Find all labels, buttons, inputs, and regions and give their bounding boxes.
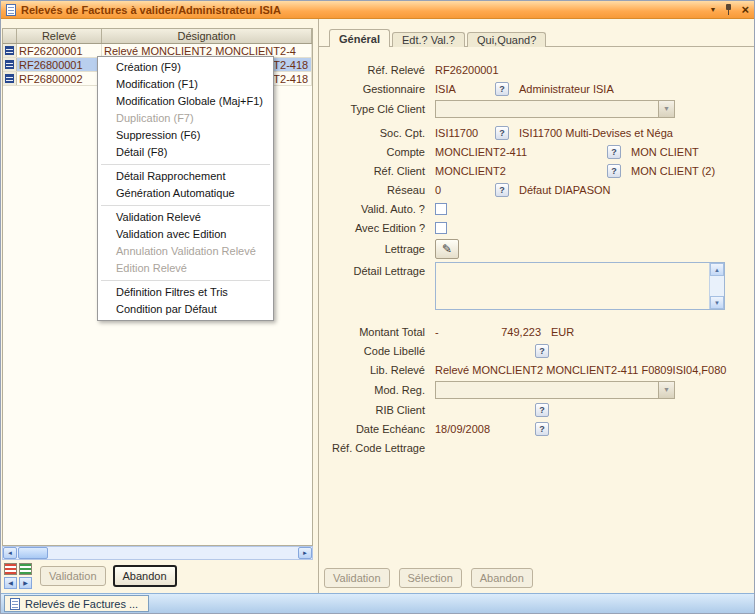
help-button[interactable]: ?: [495, 183, 509, 197]
help-button[interactable]: ?: [495, 82, 509, 96]
cell-releve: RF26800001: [17, 58, 102, 71]
field-label: Lib. Relevé: [326, 364, 435, 376]
statusbar: Relevés de Factures ...: [1, 593, 754, 613]
menu-item-creation[interactable]: Création (F9): [98, 59, 273, 76]
document-icon: [10, 598, 20, 610]
cell-releve: RF26800002: [17, 72, 102, 85]
abandon-button[interactable]: Abandon: [471, 568, 533, 588]
context-menu: Création (F9) Modification (F1) Modifica…: [97, 56, 274, 321]
help-button[interactable]: ?: [535, 344, 549, 358]
vertical-scrollbar[interactable]: ▲ ▼: [709, 263, 724, 309]
menu-separator: [101, 164, 270, 165]
row-selector-icon: [5, 74, 14, 83]
grid-header: Relevé Désignation: [3, 29, 312, 44]
menu-item-validation-releve[interactable]: Validation Relevé: [98, 209, 273, 226]
scroll-left-icon[interactable]: ◄: [3, 547, 17, 559]
window-tab[interactable]: Relevés de Factures ...: [4, 595, 149, 612]
tab-edt-val[interactable]: Edt.? Val.?: [392, 32, 465, 47]
lettrage-pen-icon-button[interactable]: ✎: [435, 239, 459, 259]
tab-qui-quand[interactable]: Qui,Quand?: [467, 32, 546, 47]
field-value: ISI11700: [435, 127, 495, 139]
column-header-designation[interactable]: Désignation: [102, 29, 312, 43]
selection-button[interactable]: Sélection: [399, 568, 462, 588]
field-ref-client: Réf. Client MONCLIENT2 ? MON CLIENT (2): [319, 161, 755, 180]
scrollbar-thumb[interactable]: [18, 547, 48, 559]
menu-separator: [101, 280, 270, 281]
field-description: MON CLIENT: [631, 146, 699, 158]
horizontal-scrollbar[interactable]: ◄ ►: [2, 546, 313, 560]
window-menu-arrow-icon[interactable]: ▼: [709, 6, 716, 13]
field-value: 18/09/2008: [435, 423, 535, 435]
detail-lettrage-textarea[interactable]: ▲ ▼: [435, 262, 725, 310]
help-button[interactable]: ?: [535, 403, 549, 417]
help-button[interactable]: ?: [535, 422, 549, 436]
field-value: MONCLIENT2: [435, 165, 607, 177]
field-soc-cpt: Soc. Cpt. ISI11700 ? ISI11700 Multi-Devi…: [319, 123, 755, 142]
help-button[interactable]: ?: [607, 145, 621, 159]
chevron-down-icon[interactable]: ▼: [658, 382, 674, 398]
abandon-button[interactable]: Abandon: [113, 565, 177, 587]
mod-reg-combo[interactable]: ▼: [435, 381, 675, 399]
scroll-up-icon[interactable]: ▲: [710, 263, 724, 276]
field-code-libelle: Code Libellé ?: [319, 341, 755, 360]
field-lettrage: Lettrage ✎: [319, 237, 755, 260]
pin-icon[interactable]: [724, 3, 733, 16]
window-tab-label: Relevés de Factures ...: [25, 598, 138, 610]
tab-general[interactable]: Général: [329, 29, 390, 47]
field-ref-releve: Réf. Relevé RF26200001: [319, 60, 755, 79]
amount-sign: -: [435, 326, 449, 338]
field-description: MON CLIENT (2): [631, 165, 715, 177]
menu-item-validation-avec-edition[interactable]: Validation avec Edition: [98, 226, 273, 243]
menu-item-generation-automatique[interactable]: Génération Automatique: [98, 185, 273, 202]
field-valid-auto: Valid. Auto. ?: [319, 199, 755, 218]
green-list-icon[interactable]: [19, 563, 32, 575]
field-value: MONCLIENT2-411: [435, 146, 607, 158]
menu-item-modification-globale[interactable]: Modification Globale (Maj+F1): [98, 93, 273, 110]
avec-edition-checkbox[interactable]: [435, 222, 447, 234]
menu-item-definition-filtres[interactable]: Définition Filtres et Tris: [98, 284, 273, 301]
type-cle-client-combo[interactable]: ▼: [435, 100, 675, 118]
validation-button[interactable]: Validation: [40, 566, 106, 586]
field-label: Réf. Relevé: [326, 64, 435, 76]
field-description: Défaut DIAPASON: [519, 184, 611, 196]
field-label: Compte: [326, 146, 435, 158]
validation-button[interactable]: Validation: [324, 568, 390, 588]
field-description: Administrateur ISIA: [519, 83, 614, 95]
detail-panel: Général Edt.? Val.? Qui,Quand? Réf. Rele…: [318, 19, 755, 595]
menu-item-modification[interactable]: Modification (F1): [98, 76, 273, 93]
menu-item-condition-par-defaut[interactable]: Condition par Défaut: [98, 301, 273, 318]
red-list-icon[interactable]: [4, 563, 17, 575]
chevron-down-icon[interactable]: ▼: [658, 101, 674, 117]
detail-action-bar: Validation Sélection Abandon: [324, 568, 533, 588]
field-label: Lettrage: [326, 243, 435, 255]
field-label: Gestionnaire: [326, 83, 435, 95]
close-icon[interactable]: ×: [741, 4, 749, 16]
field-label: Réseau: [326, 184, 435, 196]
currency-label: EUR: [551, 326, 574, 338]
menu-item-detail[interactable]: Détail (F8): [98, 144, 273, 161]
combo-value: [436, 382, 658, 398]
help-button[interactable]: ?: [495, 126, 509, 140]
field-type-cle-client: Type Clé Client ▼: [319, 98, 755, 119]
scroll-down-icon[interactable]: ▼: [710, 296, 724, 309]
field-value: 0: [435, 184, 495, 196]
scroll-right-icon[interactable]: ►: [298, 547, 312, 559]
menu-item-suppression[interactable]: Suppression (F6): [98, 127, 273, 144]
pager-left-icon[interactable]: ◀: [4, 577, 17, 589]
field-value: ISIA: [435, 83, 495, 95]
field-label: Date Echéanc: [326, 423, 435, 435]
window-icon: [6, 4, 16, 16]
field-gestionnaire: Gestionnaire ISIA ? Administrateur ISIA: [319, 79, 755, 98]
valid-auto-checkbox[interactable]: [435, 203, 447, 215]
field-ref-code-lettrage: Réf. Code Lettrage: [319, 438, 755, 457]
field-lib-releve: Lib. Relevé Relevé MONCLIENT2 MONCLIENT2…: [319, 360, 755, 379]
menu-item-detail-rapprochement[interactable]: Détail Rapprochement: [98, 168, 273, 185]
column-header-releve[interactable]: Relevé: [17, 29, 102, 43]
field-label: Code Libellé: [326, 345, 435, 357]
help-button[interactable]: ?: [607, 164, 621, 178]
menu-separator: [101, 205, 270, 206]
menu-item-edition-releve: Edition Relevé: [98, 260, 273, 277]
grid-toolbar: ◀ ▶: [4, 563, 33, 590]
row-selector-icon: [5, 60, 14, 69]
pager-right-icon[interactable]: ▶: [19, 577, 32, 589]
